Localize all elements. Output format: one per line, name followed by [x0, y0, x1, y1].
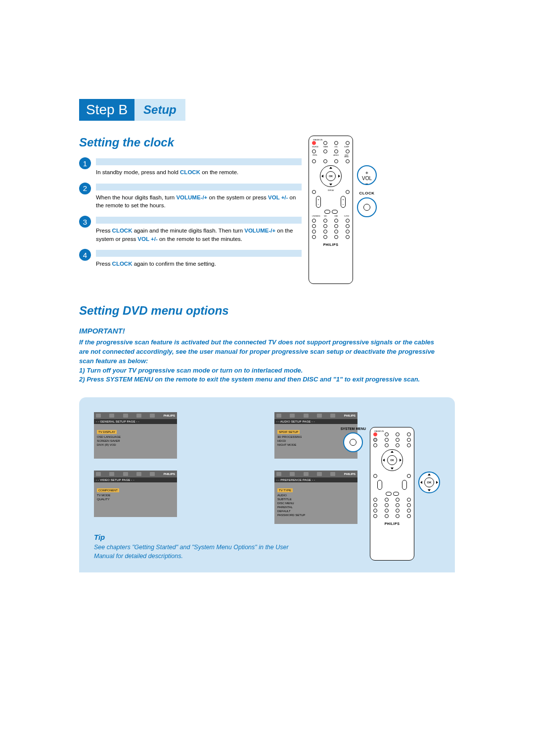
remote-button [346, 190, 350, 194]
clock-callout: CLOCK [357, 191, 377, 217]
system-menu-button-highlight [373, 438, 377, 442]
vol-callout: + VOL − [357, 165, 377, 185]
step-number-badge: 2 [79, 183, 91, 194]
clock-step-2: 2 When the hour digits flash, turn VOLUM… [79, 184, 302, 210]
standby-button [312, 141, 316, 145]
remote-button [323, 149, 327, 153]
step-bar-decoration [96, 184, 302, 190]
menu-tabs: PHILIPS [274, 412, 357, 419]
menu-item: OSD LANGUAGE [97, 435, 174, 439]
ok-button: OK [326, 171, 336, 181]
ch-rocker [402, 480, 407, 490]
clock-step-4: 4 Press CLOCK again to confirm the time … [79, 250, 302, 268]
step-number-badge: 1 [79, 157, 91, 169]
remote-button [334, 159, 338, 163]
remote-button [334, 149, 338, 153]
clock-step-1: 1 In standby mode, press and hold CLOCK … [79, 158, 302, 177]
menu-title: - - GENERAL SETUP PAGE - - [94, 419, 177, 424]
remote-outline: STANDBY-ON SOURCETIMERDSCSLEEP PROGANGLE… [309, 136, 353, 284]
step-bar-decoration [96, 158, 302, 165]
remote-button [334, 219, 338, 223]
vol-rocker: +− [316, 196, 321, 208]
menu-item: SPDIF SETUP [277, 430, 300, 434]
remote-button [312, 224, 316, 228]
remote-button [346, 141, 350, 145]
remote-button [334, 224, 338, 228]
menu-body: COMPONENTTV MODEQUALITY [94, 482, 177, 517]
menu-body: TV DISPLAYOSD LANGUAGESCREEN SAVERDIVX (… [94, 424, 177, 459]
remote-diagram-dvd: SYSTEM MENU STANDBY-ON OK [341, 427, 440, 561]
menu-item: TV TYPE [277, 488, 293, 492]
remote-button [346, 149, 350, 153]
stop-button [332, 210, 338, 214]
ok-button: OK [387, 455, 397, 465]
step-number-badge: 3 [79, 216, 91, 228]
standby-button [373, 432, 377, 436]
remote-button [323, 141, 327, 145]
menu-item: QUALITY [97, 497, 174, 501]
dvd-menu-panel: PHILIPS - - GENERAL SETUP PAGE - - TV DI… [79, 397, 455, 572]
remote-button [323, 219, 327, 223]
remote-button [312, 190, 316, 194]
remote-button [312, 149, 316, 153]
step-bar-decoration [96, 217, 302, 224]
menu-brand: PHILIPS [164, 472, 175, 475]
play-pause-button [324, 210, 330, 214]
vol-rocker [377, 480, 382, 490]
step-label: Step B [79, 99, 134, 121]
menu-brand: PHILIPS [344, 414, 356, 417]
nav-pad: OK [381, 449, 403, 471]
important-text: If the progressive scan feature is activ… [79, 338, 435, 384]
step-sub: Setup [134, 99, 185, 121]
menu-item: TV DISPLAY [97, 430, 117, 434]
menu-title: - - VIDEO SETUP PAGE - - [94, 477, 177, 482]
menu-title: - - AUDIO SETUP PAGE - - [274, 419, 357, 424]
important-heading: IMPORTANT! [79, 327, 455, 335]
menu-item: DIVX (R) VOD [97, 443, 174, 447]
tip-text: See chapters "Getting Started" and "Syst… [94, 543, 302, 561]
menu-brand: PHILIPS [164, 414, 175, 417]
remote-button [346, 219, 350, 223]
menu-item: SCREEN SAVER [97, 439, 174, 443]
nav-pad: OK [320, 165, 342, 187]
brand-label: PHILIPS [311, 243, 351, 246]
step-text: Press CLOCK again to confirm the time se… [96, 260, 302, 268]
remote-button [312, 235, 316, 239]
system-menu-callout: SYSTEM MENU [341, 427, 366, 452]
menu-video: PHILIPS - - VIDEO SETUP PAGE - - COMPONE… [94, 471, 177, 524]
remote-button [346, 235, 350, 239]
brand-label: PHILIPS [372, 522, 412, 525]
ok-callout: OK [418, 472, 440, 493]
remote-outline-2: STANDBY-ON OK PHILIPS [370, 427, 414, 561]
remote-button [334, 230, 338, 234]
section-title-clock: Setting the clock [79, 136, 302, 149]
remote-button [312, 159, 316, 163]
remote-button [312, 230, 316, 234]
remote-button [334, 141, 338, 145]
menu-item: TV MODE [97, 493, 174, 497]
remote-button [312, 219, 316, 223]
remote-button [323, 230, 327, 234]
step-number-badge: 4 [79, 249, 91, 261]
remote-button [334, 235, 338, 239]
remote-button [323, 159, 327, 163]
remote-button [346, 224, 350, 228]
menu-item: COMPONENT [97, 488, 119, 492]
remote-button [346, 230, 350, 234]
step-text: When the hour digits flash, turn VOLUME-… [96, 193, 302, 210]
section-title-dvd: Setting DVD menu options [79, 304, 455, 318]
clock-step-3: 3 Press CLOCK again and the minute digit… [79, 217, 302, 243]
ch-rocker: +− [341, 196, 346, 208]
remote-button [323, 235, 327, 239]
step-text: Press CLOCK again and the minute digits … [96, 227, 302, 243]
step-header: Step B Setup [79, 99, 185, 121]
menu-tabs: PHILIPS [94, 471, 177, 477]
remote-button [323, 224, 327, 228]
step-text: In standby mode, press and hold CLOCK on… [96, 168, 302, 177]
remote-diagram-clock: STANDBY-ON SOURCETIMERDSCSLEEP PROGANGLE… [309, 136, 377, 284]
menu-general: PHILIPS - - GENERAL SETUP PAGE - - TV DI… [94, 412, 177, 459]
remote-button [346, 159, 350, 163]
step-bar-decoration [96, 250, 302, 257]
menu-tabs: PHILIPS [94, 412, 177, 419]
